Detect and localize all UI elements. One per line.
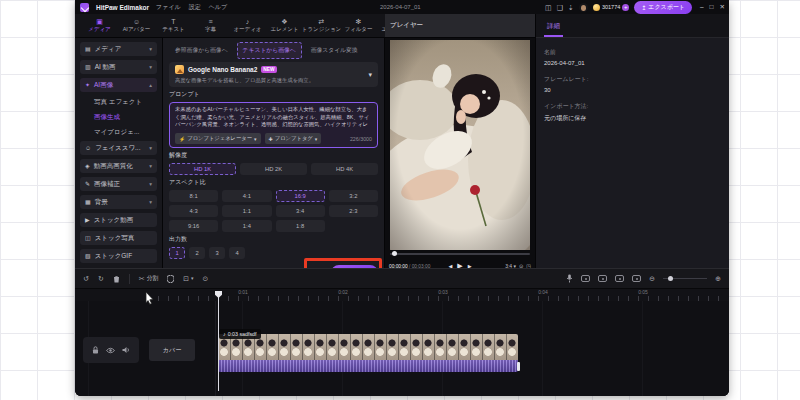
lock-icon[interactable]	[92, 346, 99, 354]
aspect-1-4[interactable]: 1:4	[222, 220, 271, 232]
tab-transitions[interactable]: ⇄ トランジション	[303, 14, 340, 37]
aspect-4-1[interactable]: 4:1	[222, 190, 271, 202]
download-icon[interactable]: ⇣	[568, 4, 574, 11]
record-voiceover-button[interactable]	[566, 274, 573, 283]
add-credits-icon[interactable]: +	[622, 4, 629, 11]
eye-icon[interactable]	[106, 347, 115, 354]
sidebar-item-video-enhance[interactable]: ◈ 動画高画質化 ▾	[80, 159, 157, 173]
export-button[interactable]: ↥ エクスポート	[634, 1, 692, 14]
aspect-3-4[interactable]: 3:4	[276, 205, 325, 217]
seek-handle[interactable]	[392, 251, 397, 256]
minimize-button[interactable]: –	[700, 3, 704, 11]
menu-file[interactable]: ファイル	[156, 3, 181, 12]
link-clips-icon[interactable]	[581, 275, 590, 282]
layout-icon[interactable]: ◫	[545, 4, 552, 11]
delete-button[interactable]	[113, 275, 120, 283]
close-button[interactable]: ✕	[720, 3, 725, 11]
redo-button[interactable]: ↻	[98, 275, 104, 282]
snap-icon[interactable]	[632, 275, 641, 282]
timeline-clip[interactable]: ♪ 0:03 sadfsdf	[218, 329, 518, 373]
resolution-hd4k[interactable]: HD 4K	[311, 163, 378, 175]
filter-icon: ✻	[356, 18, 362, 25]
tab-effects[interactable]: ✦ エフェクト	[377, 14, 385, 37]
aspect-16-9[interactable]: 16:9	[276, 190, 325, 202]
subtab-text-to-image[interactable]: テキストから画像へ	[237, 42, 302, 59]
sidebar-item-background[interactable]: ▦ 背景 ▾	[80, 195, 157, 209]
tab-subtitles[interactable]: ≡ 字幕	[192, 14, 229, 37]
sidebar-item-image-correction[interactable]: ✎ 画像補正 ▾	[80, 177, 157, 191]
aspect-9-16[interactable]: 9:16	[169, 220, 218, 232]
playhead[interactable]	[218, 291, 219, 391]
magnet-icon[interactable]	[598, 275, 607, 282]
tab-text[interactable]: T テキスト	[155, 14, 192, 37]
sidebar-item-face-swap[interactable]: ☺ フェイススワ... ▾	[80, 141, 157, 155]
video-icon: ▥	[85, 64, 91, 70]
sidebar-item-ai-video[interactable]: ▥ AI 動画 ▾	[80, 60, 157, 74]
zoom-slider-knob[interactable]	[668, 276, 673, 281]
clip-filmstrip[interactable]	[218, 334, 518, 360]
tab-ai-avatar[interactable]: ☺ AIアバター	[118, 14, 155, 37]
sidebar-item-stock-video[interactable]: ▶ ストック動画	[80, 213, 157, 227]
resolution-hd1k[interactable]: HD 1K	[169, 163, 236, 175]
credits-chip[interactable]: 301774 +	[593, 4, 629, 11]
output-4[interactable]: 4	[229, 247, 245, 259]
undo-button[interactable]: ↺	[83, 275, 89, 282]
prompt-textarea[interactable]: 未来感のあるAIバーチャルヒューマン、美しい日本人女性、繊細な顔立ち、大きく潤ん…	[175, 106, 372, 130]
marker-icon[interactable]	[167, 275, 174, 283]
sidebar-item-media[interactable]: ▤ メディア ▾	[80, 42, 157, 56]
seek-bar[interactable]	[390, 253, 530, 255]
user-avatar[interactable]	[579, 3, 588, 12]
aspect-3-2[interactable]: 3:2	[329, 190, 378, 202]
sidebar-item-ai-image[interactable]: ✦ AI画像 ▴	[80, 78, 157, 92]
output-1[interactable]: 1	[169, 247, 185, 259]
split-button[interactable]: ✂ 分割	[139, 275, 158, 282]
tab-media[interactable]: ▣ メディア	[81, 14, 118, 37]
crop-tool-button[interactable]: ⊡▾	[183, 275, 193, 282]
cover-button[interactable]: カバー	[149, 339, 195, 361]
maximize-button[interactable]: □	[710, 3, 714, 11]
framerate-value: 30	[544, 87, 721, 93]
sidebar-item-stock-photo[interactable]: ◫ ストック写真	[80, 231, 157, 245]
aspect-8-1[interactable]: 8:1	[169, 190, 218, 202]
sidebar-item-stock-gif[interactable]: ▧ ストックGIF	[80, 249, 157, 263]
sidebar-item-image-generation[interactable]: 画像生成	[94, 111, 157, 124]
mute-icon[interactable]	[122, 346, 130, 354]
model-selector[interactable]: Google Nano Banana2 NEW 高度な画像モデルを搭載し、プロ品…	[169, 62, 378, 87]
aspect-1-8[interactable]: 1:8	[276, 220, 325, 232]
tab-elements[interactable]: ❖ エレメント	[266, 14, 303, 37]
menu-settings[interactable]: 設定	[189, 3, 201, 12]
chevron-down-icon: ▾	[149, 46, 152, 52]
sparkle-icon: ✦	[85, 82, 90, 88]
prompt-tag-button[interactable]: ✚ プロンプトタグ ▾	[265, 133, 322, 144]
prompt-generator-button[interactable]: ⚡ プロンプトジェネレーター ▾	[175, 133, 261, 144]
auto-ripple-icon[interactable]	[615, 275, 624, 282]
resolution-options: HD 1K HD 2K HD 4K	[169, 163, 378, 175]
clip-audio-waveform[interactable]	[218, 360, 518, 372]
chevron-down-icon[interactable]: ▾	[368, 71, 372, 79]
feedback-icon[interactable]: ❑	[557, 4, 563, 11]
sidebar-item-my-projects[interactable]: マイプロジェ...	[94, 126, 157, 139]
subtab-style-transfer[interactable]: 画像スタイル変換	[305, 42, 364, 59]
tab-details[interactable]: 詳細	[544, 22, 563, 37]
tab-audio[interactable]: ♪ オーディオ	[229, 14, 266, 37]
zoom-in-button[interactable]: ⊕	[715, 275, 721, 282]
output-3[interactable]: 3	[209, 247, 225, 259]
aspect-4-3[interactable]: 4:3	[169, 205, 218, 217]
track-header	[83, 337, 139, 363]
timeline-zoom-slider[interactable]	[663, 278, 707, 279]
keyframe-button[interactable]: ⊙	[203, 275, 209, 282]
timeline-ruler[interactable]: 0:01 0:02 0:03 0:04 0:05	[75, 289, 729, 301]
toolbar-divider	[129, 274, 130, 284]
aspect-2-3[interactable]: 2:3	[329, 205, 378, 217]
output-2[interactable]: 2	[189, 247, 205, 259]
resolution-hd2k[interactable]: HD 2K	[240, 163, 307, 175]
aspect-1-1[interactable]: 1:1	[222, 205, 271, 217]
menu-help[interactable]: ヘルプ	[209, 3, 227, 12]
zoom-out-button[interactable]: ⊖	[649, 275, 655, 282]
tab-filters[interactable]: ✻ フィルター	[340, 14, 377, 37]
subtab-image-to-image[interactable]: 参照画像から画像へ	[169, 42, 234, 59]
chevron-down-icon: ▾	[254, 136, 257, 142]
sidebar-item-photo-effects[interactable]: 写真 エフェクト	[94, 96, 157, 109]
clip-trim-handle[interactable]	[517, 362, 520, 371]
chevron-down-icon: ▾	[149, 163, 152, 169]
